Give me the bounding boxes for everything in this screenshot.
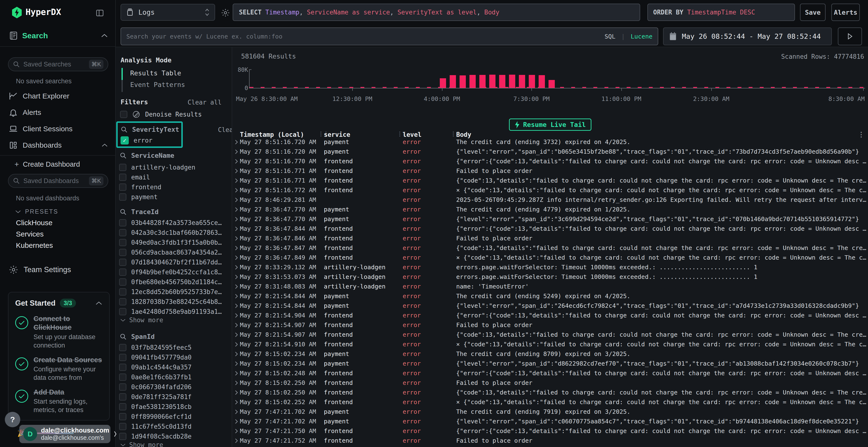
filter-option[interactable]: 03b44828f42a3573ea655ce… bbox=[119, 218, 232, 228]
row-expand-chevron-icon[interactable] bbox=[235, 178, 238, 183]
row-expand-chevron-icon[interactable] bbox=[235, 216, 238, 222]
filter-option[interactable]: payment bbox=[119, 192, 232, 202]
table-row[interactable]: May 27 8:15:02.250 AM frontend error Fai… bbox=[232, 378, 868, 388]
denoise-checkbox[interactable] bbox=[120, 111, 127, 118]
table-row[interactable]: May 27 8:31:48.083 AM artillery-loadgen … bbox=[232, 282, 868, 291]
run-query-button[interactable] bbox=[838, 28, 862, 45]
table-row[interactable]: May 27 8:36:47.849 AM frontend error × {… bbox=[232, 253, 868, 263]
presets-toggle[interactable]: PRESETS bbox=[15, 208, 58, 215]
row-expand-chevron-icon[interactable] bbox=[235, 139, 238, 145]
preset-kubernetes[interactable]: Kubernetes bbox=[16, 241, 53, 249]
checkbox[interactable] bbox=[119, 423, 126, 430]
sidebar-item-dashboards[interactable]: Dashboards bbox=[0, 138, 116, 152]
create-dashboard-button[interactable]: + Create Dashboard bbox=[14, 160, 80, 169]
table-row[interactable]: May 27 8:51:16.771 AM frontend error {"c… bbox=[232, 176, 868, 185]
filter-option[interactable]: 18287038b73e882425c64b8… bbox=[119, 297, 232, 307]
table-row[interactable]: May 27 8:31:53.073 AM artillery-loadgen … bbox=[232, 272, 868, 282]
filter-option[interactable]: 056cd9acbaac8637a4354a2… bbox=[119, 247, 232, 257]
date-range-picker[interactable]: May 26 08:52:44 - May 27 08:52:44 bbox=[663, 28, 832, 45]
get-started-step[interactable]: Connect to ClickHouse Set up your databa… bbox=[15, 314, 102, 350]
filter-option[interactable]: 1d94f08c5acdb28e bbox=[119, 431, 232, 441]
row-expand-chevron-icon[interactable] bbox=[235, 168, 238, 174]
table-row[interactable]: May 27 7:47:21.702 AM payment error The … bbox=[232, 407, 868, 417]
table-row[interactable]: May 27 8:21:54.907 AM frontend error {"c… bbox=[232, 330, 868, 340]
row-expand-chevron-icon[interactable] bbox=[235, 438, 238, 443]
table-row[interactable]: May 27 8:46:29.281 AM error 2025-05-26T0… bbox=[232, 195, 868, 205]
checked-checkbox[interactable]: ✓ bbox=[121, 136, 129, 144]
sidebar-collapse-icon[interactable] bbox=[95, 9, 104, 18]
row-expand-chevron-icon[interactable] bbox=[235, 284, 238, 289]
row-expand-chevron-icon[interactable] bbox=[235, 197, 238, 203]
table-row[interactable]: May 27 8:21:54.904 AM frontend error {"e… bbox=[232, 311, 868, 320]
filter-option[interactable]: 0c0667304fafd206 bbox=[119, 382, 232, 392]
denoise-results-row[interactable]: Denoise Results bbox=[120, 110, 202, 118]
histogram-bar[interactable] bbox=[519, 75, 525, 88]
histogram-bar[interactable] bbox=[529, 75, 535, 88]
checkbox[interactable] bbox=[119, 288, 126, 296]
row-expand-chevron-icon[interactable] bbox=[235, 303, 238, 309]
checkbox[interactable] bbox=[119, 433, 126, 440]
row-expand-chevron-icon[interactable] bbox=[235, 351, 238, 357]
table-row[interactable]: May 27 8:36:47.847 AM frontend error {"c… bbox=[232, 243, 868, 253]
checkbox[interactable] bbox=[119, 269, 126, 276]
team-settings-button[interactable]: Team Settings bbox=[9, 265, 71, 275]
table-row[interactable]: May 27 8:36:47.846 AM frontend error Fai… bbox=[232, 234, 868, 243]
table-row[interactable]: May 27 8:15:02.252 AM frontend error × {… bbox=[232, 398, 868, 407]
row-expand-chevron-icon[interactable] bbox=[235, 342, 238, 347]
saved-searches-input[interactable]: ⌘K bbox=[8, 57, 108, 71]
chevron-up-icon[interactable] bbox=[101, 143, 108, 147]
help-button[interactable]: ? bbox=[5, 412, 20, 427]
table-row[interactable]: May 27 7:47:21.752 AM frontend error Fai… bbox=[232, 436, 868, 446]
filter-option[interactable]: 0f94b9befe0b4252ccfa1c8… bbox=[119, 267, 232, 277]
filter-option[interactable]: 0fbe680eb456750b2d1184c… bbox=[119, 277, 232, 287]
preset-clickhouse[interactable]: ClickHouse bbox=[16, 219, 53, 227]
filter-option[interactable]: 12ec8dd52b60b9525733b7e… bbox=[119, 287, 232, 297]
user-menu[interactable]: D dale@clickhouse.com dale@clickhouse.co… bbox=[19, 425, 111, 443]
save-button[interactable]: Save bbox=[800, 4, 826, 21]
row-expand-chevron-icon[interactable] bbox=[235, 274, 238, 280]
checkbox[interactable] bbox=[119, 249, 126, 256]
checkbox[interactable] bbox=[119, 308, 126, 315]
checkbox[interactable] bbox=[119, 259, 126, 266]
filter-option[interactable]: 11c67fe55c0d13fd bbox=[119, 421, 232, 431]
checkbox[interactable] bbox=[119, 413, 126, 420]
row-expand-chevron-icon[interactable] bbox=[235, 236, 238, 241]
filter-option[interactable]: email bbox=[119, 172, 232, 182]
filter-option[interactable]: 09041fb457779da0 bbox=[119, 352, 232, 362]
row-expand-chevron-icon[interactable] bbox=[235, 207, 238, 212]
saved-dashboards-input[interactable]: ⌘K bbox=[8, 174, 108, 188]
sidebar-section-search[interactable]: Search bbox=[0, 25, 116, 47]
tab-results-table[interactable]: Results Table bbox=[130, 69, 181, 77]
results-histogram[interactable]: May 26 8:30:00 AM 12:30:00 PM 4:00:00 PM… bbox=[250, 69, 865, 89]
row-expand-chevron-icon[interactable] bbox=[235, 255, 238, 260]
filter-option[interactable]: 049ed0ac3fdb1f3f15a0b0b… bbox=[119, 238, 232, 247]
histogram-bar[interactable] bbox=[479, 75, 486, 88]
row-expand-chevron-icon[interactable] bbox=[235, 322, 238, 328]
table-row[interactable]: May 27 8:15:02.234 AM payment error {"le… bbox=[232, 359, 868, 369]
traceid-section[interactable]: TraceId bbox=[120, 208, 159, 215]
checkbox[interactable] bbox=[119, 364, 126, 371]
filter-option[interactable]: 0ff8990066efcf1d bbox=[119, 412, 232, 421]
table-row[interactable]: May 27 8:51:16.720 AM payment error The … bbox=[232, 137, 868, 147]
table-row[interactable]: May 27 8:15:02.234 AM payment error The … bbox=[232, 349, 868, 359]
event-search-input[interactable]: SQL | Lucene bbox=[121, 28, 658, 45]
histogram-bar[interactable] bbox=[509, 75, 515, 88]
traceid-show-more[interactable]: Show more bbox=[120, 316, 163, 324]
get-started-step[interactable]: Create Data Sources Configure where your… bbox=[15, 355, 102, 382]
table-row[interactable]: May 27 8:51:16.771 AM frontend error Fai… bbox=[232, 166, 868, 176]
row-expand-chevron-icon[interactable] bbox=[235, 149, 238, 154]
row-expand-chevron-icon[interactable] bbox=[235, 428, 238, 434]
row-expand-chevron-icon[interactable] bbox=[235, 245, 238, 251]
checkbox[interactable] bbox=[119, 239, 126, 246]
row-expand-chevron-icon[interactable] bbox=[235, 390, 238, 395]
histogram-bar[interactable] bbox=[469, 75, 476, 88]
lucene-mode-toggle[interactable]: Lucene bbox=[631, 33, 652, 40]
table-row[interactable]: May 27 8:21:54.844 AM payment error The … bbox=[232, 291, 868, 301]
preset-services[interactable]: Services bbox=[16, 230, 44, 238]
checkbox[interactable] bbox=[119, 298, 126, 305]
table-row[interactable]: May 27 8:21:54.844 AM payment error {"le… bbox=[232, 301, 868, 311]
sidebar-item-client-sessions[interactable]: Client Sessions bbox=[0, 122, 116, 136]
row-expand-chevron-icon[interactable] bbox=[235, 265, 238, 270]
checkbox[interactable] bbox=[119, 219, 126, 227]
filter-option[interactable]: 03f7b824595feec5 bbox=[119, 342, 232, 352]
